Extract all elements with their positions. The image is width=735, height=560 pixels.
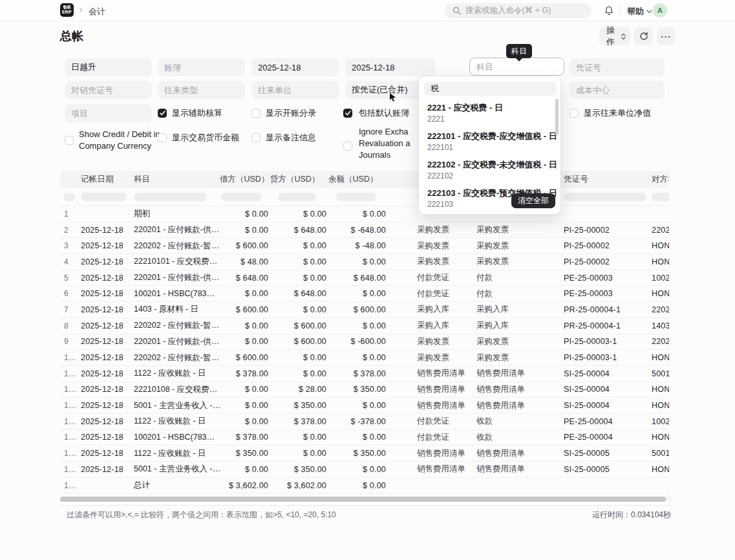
cell-voucher-no[interactable]: SI-25-00004 bbox=[558, 369, 648, 378]
horizontal-scrollbar[interactable] bbox=[60, 497, 672, 502]
ignore-err-journals-checkbox[interactable] bbox=[343, 142, 352, 151]
cost-center-filter-input[interactable] bbox=[570, 81, 665, 99]
table-row[interactable]: 1… 2025-12-18 1122 - 应收账款 - 日 $ 378.00 $… bbox=[60, 366, 669, 382]
cell-voucher-type: 付款凭证 bbox=[414, 288, 475, 299]
table-row[interactable]: 1… 2025-12-18 22210108 - 应交税费… $ 0.00 $ … bbox=[60, 382, 669, 398]
cell-voucher-no[interactable]: PI-25-00002 bbox=[558, 226, 648, 235]
header-debit[interactable]: 借方（USD） bbox=[220, 174, 270, 185]
table-row[interactable]: 1… 2025-12-18 220202 - 应付账款-暂… $ 600.00 … bbox=[60, 350, 669, 366]
cell-voucher-no[interactable]: PE-25-00004 bbox=[558, 433, 648, 442]
cell-voucher-no[interactable]: PI-25-00002 bbox=[558, 241, 648, 250]
cell-voucher-no[interactable]: PR-25-00004-1 bbox=[558, 321, 648, 330]
table-row[interactable]: 4 2025-12-18 22210101 - 应交税费… $ 48.00 $ … bbox=[60, 254, 669, 270]
from-date-filter-input[interactable] bbox=[251, 58, 339, 76]
cell-debit: $ 648.00 bbox=[220, 274, 270, 283]
column-filter-input[interactable] bbox=[336, 193, 376, 201]
column-filter-input[interactable] bbox=[63, 193, 75, 201]
app-logo[interactable]: 智易 ERP bbox=[60, 3, 74, 17]
dropdown-option[interactable]: 2221 - 应交税费 - 日 2221 bbox=[419, 99, 562, 127]
more-button[interactable]: ··· bbox=[657, 27, 676, 45]
table-row[interactable]: 9 2025-12-18 220201 - 应付账款-供… $ 0.00 $ 6… bbox=[60, 334, 669, 350]
cell-debit: $ 350.00 bbox=[220, 449, 270, 458]
column-filter-input[interactable] bbox=[81, 193, 127, 201]
party-type-filter-input[interactable] bbox=[158, 81, 245, 99]
table-row[interactable]: 8 2025-12-18 220202 - 应付账款-暂… $ 0.00 $ 6… bbox=[60, 318, 669, 334]
column-filter-input[interactable] bbox=[221, 193, 261, 201]
cell-voucher-no[interactable]: PI-25-00003-1 bbox=[558, 353, 648, 362]
notifications-bell-icon[interactable] bbox=[604, 5, 614, 16]
cell-posting-date: 2025-12-18 bbox=[78, 226, 129, 235]
cell-debit: $ 0.00 bbox=[220, 210, 270, 219]
table-row[interactable]: 1… 2025-12-18 5001 - 主营业务收入 -… $ 0.00 $ … bbox=[60, 462, 669, 478]
dropdown-option[interactable]: 222101 - 应交税费-应交增值税 - 日 222101 bbox=[419, 127, 562, 156]
cell-voucher-no[interactable]: SI-25-00005 bbox=[558, 449, 648, 458]
global-search-input[interactable]: 搜索或输入命令(⌘ + G) bbox=[445, 3, 591, 18]
cell-voucher-no[interactable]: PE-25-00004 bbox=[558, 417, 648, 426]
header-voucher-no[interactable]: 凭证号 bbox=[558, 174, 648, 185]
dropdown-scrollbar[interactable] bbox=[555, 99, 559, 135]
company-currency-checkbox[interactable] bbox=[65, 136, 74, 145]
table-row[interactable]: 1 期初 $ 0.00 $ 0.00 $ 0.00 bbox=[60, 206, 669, 222]
table-row[interactable]: 3 2025-12-18 220202 - 应付账款-暂… $ 600.00 $… bbox=[60, 238, 669, 254]
cell-voucher-no[interactable]: SI-25-00004 bbox=[558, 401, 648, 410]
header-account[interactable]: 科目 bbox=[129, 174, 220, 185]
cell-debit: $ 3,602.00 bbox=[220, 481, 270, 490]
voucher-no-filter-input[interactable] bbox=[570, 58, 665, 76]
chevron-up-down-icon bbox=[621, 32, 626, 41]
table-row[interactable]: 1… 2025-12-18 1122 - 应收账款 - 日 $ 0.00 $ 3… bbox=[60, 414, 669, 430]
include-default-books-checkbox[interactable] bbox=[343, 109, 352, 118]
header-credit[interactable]: 贷方（USD） bbox=[270, 174, 328, 185]
show-txn-currency-checkbox[interactable] bbox=[158, 133, 167, 142]
dropdown-option[interactable]: 222102 - 应交税费-未交增值税 - 日 222102 bbox=[419, 156, 562, 184]
row-number: 1… bbox=[60, 449, 78, 458]
scrollbar-thumb[interactable] bbox=[60, 497, 666, 502]
cell-voucher-no[interactable]: PR-25-00004-1 bbox=[558, 305, 648, 314]
table-row[interactable]: 1… 2025-12-18 1122 - 应收账款 - 日 $ 350.00 $… bbox=[60, 446, 669, 462]
table-row[interactable]: 2 2025-12-18 220201 - 应付账款-供… $ 0.00 $ 6… bbox=[60, 222, 669, 239]
cell-voucher-no[interactable]: PE-25-00003 bbox=[558, 289, 648, 298]
cell-account: 100201 - HSBC(783… bbox=[129, 433, 220, 442]
avatar[interactable]: A bbox=[653, 3, 667, 17]
table-row[interactable]: 6 2025-12-18 100201 - HSBC(783… $ 0.00 $… bbox=[60, 286, 669, 302]
actions-button[interactable]: 操作 bbox=[599, 27, 630, 45]
refresh-button[interactable] bbox=[634, 27, 653, 45]
cell-voucher-no[interactable]: SI-25-00004 bbox=[558, 385, 648, 394]
header-against-account[interactable]: 对方科 bbox=[648, 174, 669, 185]
row-number: 1… bbox=[60, 353, 78, 362]
topbar: 智易 ERP › 会计 搜索或输入命令(⌘ + G) 帮助 A bbox=[0, 0, 735, 21]
project-filter-input[interactable] bbox=[65, 104, 152, 122]
column-filter-input[interactable] bbox=[134, 193, 207, 201]
party-filter-input[interactable] bbox=[251, 81, 339, 99]
cell-against-account: HON( bbox=[648, 433, 669, 442]
show-remarks-checkbox[interactable] bbox=[251, 133, 261, 142]
breadcrumb[interactable]: 会计 bbox=[89, 6, 105, 17]
cell-voucher-no[interactable]: PE-25-00003 bbox=[558, 274, 648, 283]
table-row[interactable]: 5 2025-12-18 220201 - 应付账款-供… $ 648.00 $… bbox=[60, 270, 669, 286]
show-opening-checkbox[interactable] bbox=[251, 109, 261, 118]
finance-book-filter-input[interactable] bbox=[158, 58, 245, 76]
column-filter-input[interactable] bbox=[564, 193, 646, 201]
header-posting-date[interactable]: 记帐日期 bbox=[78, 174, 129, 185]
cell-voucher-no[interactable]: PI-25-00003-1 bbox=[558, 337, 648, 346]
clear-all-button[interactable]: 清空全部 bbox=[511, 193, 555, 208]
header-balance[interactable]: 余额（USD） bbox=[328, 174, 388, 185]
cell-voucher-no[interactable]: PI-25-00002 bbox=[558, 257, 648, 266]
table-row[interactable]: 1… 2025-12-18 100201 - HSBC(783… $ 378.0… bbox=[60, 430, 669, 446]
to-date-filter-input[interactable] bbox=[345, 58, 436, 76]
against-voucher-filter-input[interactable] bbox=[65, 81, 152, 99]
more-label: ··· bbox=[661, 32, 672, 41]
dropdown-search-input[interactable] bbox=[424, 81, 557, 96]
help-menu[interactable]: 帮助 bbox=[627, 6, 652, 17]
cell-debit: $ 0.00 bbox=[220, 401, 270, 410]
table-row[interactable]: 7 2025-12-18 1403 - 原材料 - 日 $ 600.00 $ 0… bbox=[60, 302, 669, 318]
show-aux-checkbox[interactable] bbox=[158, 109, 167, 118]
cell-account: 100201 - HSBC(783… bbox=[129, 289, 220, 298]
table-row[interactable]: 1… 2025-12-18 5001 - 主营业务收入 -… $ 0.00 $ … bbox=[60, 398, 669, 414]
company-filter-input[interactable] bbox=[65, 58, 152, 76]
column-filter-input[interactable] bbox=[278, 193, 315, 201]
show-party-net-checkbox[interactable] bbox=[570, 109, 579, 118]
row-number: 1… bbox=[60, 417, 78, 426]
table-row[interactable]: 1… 总计 $ 3,602.00 $ 3,602.00 $ 0.00 bbox=[60, 478, 669, 494]
cell-voucher-no[interactable]: SI-25-00005 bbox=[558, 465, 648, 474]
column-filter-input[interactable] bbox=[652, 193, 669, 201]
